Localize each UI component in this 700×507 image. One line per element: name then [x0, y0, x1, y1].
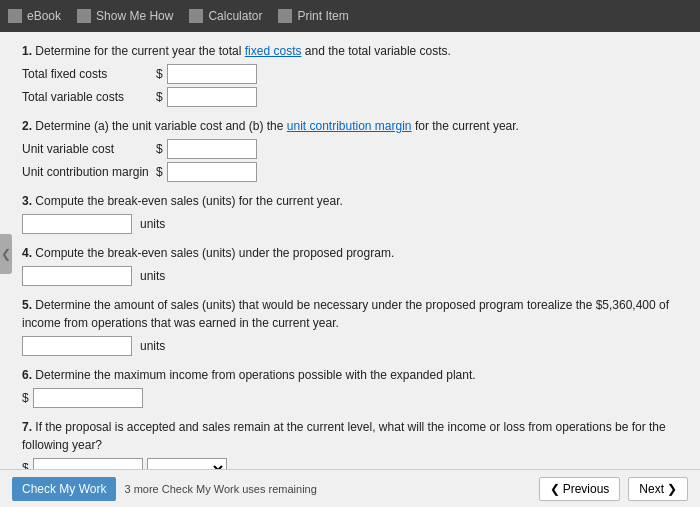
q6-input[interactable] — [33, 388, 143, 408]
calculator-icon — [189, 9, 203, 23]
next-label: Next — [639, 482, 664, 496]
q2-row-2: Unit contribution margin $ — [22, 162, 682, 182]
q5-row: units — [22, 336, 682, 356]
q2-ucm-link[interactable]: unit contribution margin — [287, 119, 412, 133]
q6-row: $ — [22, 388, 682, 408]
previous-chevron-icon: ❮ — [550, 482, 560, 496]
q4-row: units — [22, 266, 682, 286]
remaining-text: 3 more Check My Work uses remaining — [124, 483, 316, 495]
showmehow-label: Show Me How — [96, 9, 173, 23]
previous-label: Previous — [563, 482, 610, 496]
showmehow-tab[interactable]: Show Me How — [77, 9, 173, 23]
next-chevron-icon: ❯ — [667, 482, 677, 496]
top-bar: eBook Show Me How Calculator Print Item — [0, 0, 700, 32]
check-work-label: Check My Work — [22, 482, 106, 496]
printitem-tab[interactable]: Print Item — [278, 9, 348, 23]
q3-units-label: units — [140, 217, 165, 231]
q7-dollar: $ — [22, 461, 29, 469]
question-3: 3. Compute the break-even sales (units) … — [22, 192, 682, 234]
question-5: 5. Determine the amount of sales (units)… — [22, 296, 682, 356]
q2-dollar-1: $ — [156, 142, 163, 156]
q2-row-1: Unit variable cost $ — [22, 139, 682, 159]
q2-input-unit-variable[interactable] — [167, 139, 257, 159]
question-2: 2. Determine (a) the unit variable cost … — [22, 117, 682, 182]
q2-input-ucm[interactable] — [167, 162, 257, 182]
bottom-bar: Check My Work 3 more Check My Work uses … — [0, 469, 700, 507]
calculator-label: Calculator — [208, 9, 262, 23]
check-work-button[interactable]: Check My Work — [12, 477, 116, 501]
left-side-tab[interactable]: ❮ — [0, 234, 12, 274]
q4-title: 4. Compute the break-even sales (units) … — [22, 244, 682, 262]
q2-label-1: Unit variable cost — [22, 142, 152, 156]
next-button[interactable]: Next ❯ — [628, 477, 688, 501]
printitem-label: Print Item — [297, 9, 348, 23]
q2-number: 2. — [22, 119, 32, 133]
main-content: 1. Determine for the current year the to… — [0, 32, 700, 469]
q1-label-1: Total fixed costs — [22, 67, 152, 81]
q1-row-2: Total variable costs $ — [22, 87, 682, 107]
ebook-tab[interactable]: eBook — [8, 9, 61, 23]
q2-dollar-2: $ — [156, 165, 163, 179]
question-1: 1. Determine for the current year the to… — [22, 42, 682, 107]
nav-buttons: ❮ Previous Next ❯ — [539, 477, 688, 501]
question-6: 6. Determine the maximum income from ope… — [22, 366, 682, 408]
q7-dropdown[interactable]: Income Loss — [147, 458, 227, 469]
q1-row-1: Total fixed costs $ — [22, 64, 682, 84]
q6-number: 6. — [22, 368, 32, 382]
q1-dollar-1: $ — [156, 67, 163, 81]
question-7: 7. If the proposal is accepted and sales… — [22, 418, 682, 469]
q4-units-label: units — [140, 269, 165, 283]
showmehow-icon — [77, 9, 91, 23]
q5-input[interactable] — [22, 336, 132, 356]
q1-input-fixed-costs[interactable] — [167, 64, 257, 84]
q1-title: 1. Determine for the current year the to… — [22, 42, 682, 60]
q1-label-2: Total variable costs — [22, 90, 152, 104]
q3-title: 3. Compute the break-even sales (units) … — [22, 192, 682, 210]
q2-title: 2. Determine (a) the unit variable cost … — [22, 117, 682, 135]
q6-title: 6. Determine the maximum income from ope… — [22, 366, 682, 384]
q1-dollar-2: $ — [156, 90, 163, 104]
q3-input[interactable] — [22, 214, 132, 234]
q3-row: units — [22, 214, 682, 234]
q7-title: 7. If the proposal is accepted and sales… — [22, 418, 682, 454]
q1-fixed-costs-link[interactable]: fixed costs — [245, 44, 302, 58]
ebook-icon — [8, 9, 22, 23]
q2-label-2: Unit contribution margin — [22, 165, 152, 179]
previous-button[interactable]: ❮ Previous — [539, 477, 621, 501]
q5-number: 5. — [22, 298, 32, 312]
q1-input-variable-costs[interactable] — [167, 87, 257, 107]
bottom-left: Check My Work 3 more Check My Work uses … — [12, 477, 317, 501]
q7-input[interactable] — [33, 458, 143, 469]
q3-number: 3. — [22, 194, 32, 208]
q5-title: 5. Determine the amount of sales (units)… — [22, 296, 682, 332]
q1-number: 1. — [22, 44, 32, 58]
q6-dollar: $ — [22, 391, 29, 405]
q7-number: 7. — [22, 420, 32, 434]
q7-row: $ Income Loss — [22, 458, 682, 469]
question-4: 4. Compute the break-even sales (units) … — [22, 244, 682, 286]
q4-number: 4. — [22, 246, 32, 260]
calculator-tab[interactable]: Calculator — [189, 9, 262, 23]
ebook-label: eBook — [27, 9, 61, 23]
q4-input[interactable] — [22, 266, 132, 286]
q5-units-label: units — [140, 339, 165, 353]
printitem-icon — [278, 9, 292, 23]
